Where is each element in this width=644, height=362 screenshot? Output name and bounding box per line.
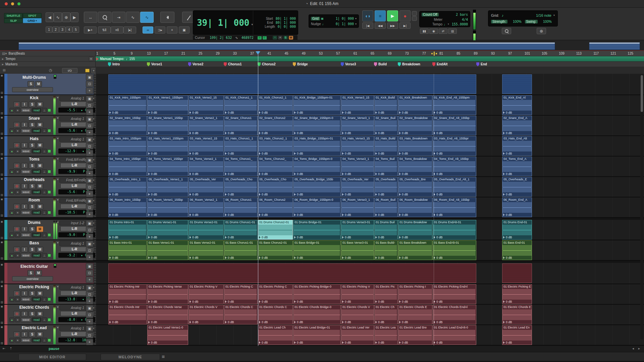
playlist-view-button[interactable]: wave <box>21 210 31 215</box>
clip-gain-label[interactable]: 0 dB <box>376 111 384 114</box>
clip[interactable]: 06_Room_Intro_155bp 0 dB <box>108 197 147 217</box>
clip-gain-label[interactable]: 0 dB <box>376 236 384 239</box>
clip-gain-label[interactable]: 0 dB <box>294 300 303 303</box>
mute-button[interactable]: M <box>37 122 43 128</box>
clip-gain-label[interactable]: 0 dB <box>149 341 157 344</box>
freeze-icon[interactable]: ∗ <box>15 233 20 237</box>
track-lane[interactable]: 01 Electric Lead Verse1-0 0 dB01 Electri… <box>96 325 644 345</box>
clip[interactable]: 01 Electric Picking I 0 dB <box>398 284 432 304</box>
pan-display[interactable]: L-R <box>60 331 89 337</box>
mute-status-badge[interactable]: M <box>289 36 293 40</box>
clip-gain-label[interactable]: 0 dB <box>190 213 199 217</box>
chevron-down-icon[interactable]: ▾ <box>355 22 357 25</box>
clip[interactable]: 01_Kick_Verse3_15 0 dB <box>341 95 374 115</box>
track-name[interactable]: Hats <box>12 136 56 141</box>
trim-tool-button[interactable]: ↔ <box>84 12 97 23</box>
track-patch-icon[interactable]: ▨ <box>1 257 3 260</box>
clip-gain-label[interactable]: 0 dB <box>503 172 512 176</box>
grid-value-row[interactable]: Grid ▦ 1| 0| 000 ▾ <box>311 16 357 21</box>
clip-display-icon[interactable]: ◧ <box>263 36 267 40</box>
automation-icon[interactable]: ▲ <box>9 210 14 215</box>
track-color-tab[interactable] <box>4 220 7 240</box>
clip[interactable]: 01 Electric Lead Ver 0 dB <box>341 325 374 345</box>
solo-button[interactable]: S <box>28 270 34 276</box>
elastic-audio-icon[interactable] <box>48 109 51 112</box>
clip[interactable]: 01 Bass EndAlt-01 0 dB <box>433 240 476 260</box>
volume-value[interactable]: -9.2 <box>58 253 75 257</box>
track-lane[interactable]: 01 Electric Picking Intr 0 dB01 Electric… <box>96 284 644 304</box>
elastic-audio-icon[interactable] <box>48 170 51 173</box>
clip-gain-label[interactable]: 0 dB <box>225 172 234 176</box>
track-collapse-icon[interactable]: ◉ <box>1 305 3 308</box>
clip[interactable]: 02_Snare_Bridge_155bpm-0 0 dB <box>293 116 341 135</box>
clip[interactable]: 03_Hats_End_Alt 0 dB <box>502 136 532 156</box>
transport-expand-bottom-button[interactable] <box>412 16 417 21</box>
freeze-icon[interactable]: ∗ <box>15 190 20 194</box>
clip[interactable]: 01 Drums Verse1-01 0 dB <box>147 220 188 240</box>
clip-gain-label[interactable]: 0 dB <box>149 131 157 135</box>
markers-ruler[interactable]: IntroVerse1Verse2Chorus1Chorus2BridgeVer… <box>96 62 644 67</box>
track-name[interactable]: Toms <box>12 157 56 162</box>
input-monitor-button[interactable]: I <box>21 311 28 317</box>
solo-button[interactable]: S <box>29 311 36 317</box>
track-lane[interactable]: 05_Overheads_Intro_1 0 dB05_Overheads_Ve… <box>96 177 644 197</box>
automation-mode-button[interactable]: read <box>32 128 41 133</box>
clip[interactable]: 01_Kick_Breakdown 0 dB <box>398 95 432 115</box>
clip-gain-label[interactable]: 0 dB <box>259 213 268 217</box>
clip-gain-label[interactable]: 0 dB <box>399 172 408 176</box>
clip[interactable]: 01 Drums Verse2-01 0 dB <box>189 220 224 240</box>
mirror-midi-button[interactable]: ⇅‖ <box>98 26 111 34</box>
clip-gain-label[interactable]: 0 dB <box>110 213 118 217</box>
volume-value[interactable]: -9.9 <box>58 170 75 173</box>
clip[interactable]: 06_Room_Bridge_155bpm-0 0 dB <box>293 197 341 217</box>
track-color-tab[interactable] <box>4 136 7 156</box>
elastic-audio-icon[interactable] <box>48 339 51 342</box>
clip-gain-label[interactable]: 0 dB <box>149 236 157 239</box>
zoom-out-button[interactable]: ◀ <box>46 12 54 22</box>
track-lane[interactable]: 01 Drums Intro-01 0 dB01 Drums Verse1-01… <box>96 220 644 240</box>
automation-icon[interactable]: ▲ <box>9 338 14 343</box>
clip[interactable]: 01_Kick_End_Al 0 dB <box>502 95 532 115</box>
freeze-icon[interactable]: ∗ <box>15 149 20 154</box>
clip[interactable]: 01 Bass Chorus1-01 0 dB <box>224 240 258 260</box>
clip[interactable]: 02_Snare_End_Alt_155bp 0 dB <box>433 116 476 135</box>
clip[interactable]: 01 Bass Verse3-01 0 dB <box>341 240 374 260</box>
track-add-button[interactable]: + <box>86 254 93 260</box>
folder-overview-block[interactable] <box>502 263 532 283</box>
clip[interactable]: 01 Electric Chords V 0 dB <box>189 305 224 324</box>
track-group-button[interactable]: ⊡ <box>86 81 93 87</box>
track-group-button[interactable]: ⊡ <box>86 270 93 276</box>
bars-ruler[interactable]: 1591317212529333741454953576165697377818… <box>96 51 644 56</box>
track-patch-icon[interactable]: ▨ <box>1 280 3 283</box>
clip[interactable]: 02_Snare_Chorus2 0 dB <box>258 116 293 135</box>
timebase-icon[interactable]: ⊥ <box>42 128 47 133</box>
clip-gain-label[interactable]: 0 dB <box>503 131 512 135</box>
track-patch-icon[interactable]: ▨ <box>1 153 3 156</box>
record-button[interactable]: ● <box>399 10 411 21</box>
solo-button[interactable]: S <box>29 226 36 232</box>
pan-display[interactable]: L-R <box>60 122 89 127</box>
elastic-audio-icon[interactable] <box>48 190 51 194</box>
track-options-button[interactable]: ▣ <box>86 285 93 291</box>
track-lane[interactable]: 02_Snare_Intro_155bp 0 dB02_Snare_Verse1… <box>96 116 644 135</box>
clip[interactable]: 01 Electric Chords C 0 dB <box>258 305 293 324</box>
playlist-view-button[interactable]: wave <box>21 317 31 322</box>
clip-gain-label[interactable]: 0 dB <box>149 213 157 217</box>
timebase-icon[interactable]: ⊥ <box>42 169 47 174</box>
pre-roll-button[interactable]: ▮▮ <box>420 28 429 34</box>
marker-flag-icon[interactable] <box>108 62 111 66</box>
automation-mode-button[interactable]: read <box>32 190 41 194</box>
track-lane[interactable]: 06_Room_Intro_155bp 0 dB06_Room_Verse1_1… <box>96 197 644 217</box>
volume-value[interactable]: -9.0 <box>58 233 75 237</box>
track-color-tab[interactable] <box>4 74 7 95</box>
volume-value[interactable]: -5.6 <box>58 129 75 132</box>
track-options-button[interactable]: ▣ <box>86 136 93 143</box>
clip-gain-label[interactable]: 0 dB <box>503 341 512 344</box>
clip[interactable]: 05_Overheads_End_Alt_1 0 dB <box>433 177 476 197</box>
input-monitor-button[interactable]: I <box>21 291 28 296</box>
clip-gain-label[interactable]: 0 dB <box>225 236 234 239</box>
input-monitor-button[interactable]: I <box>21 204 28 209</box>
track-name[interactable]: Bass <box>12 241 56 245</box>
clip[interactable]: 01 Bass Breakdown 0 dB <box>398 240 432 260</box>
clip-gain-label[interactable]: 0 dB <box>399 111 408 114</box>
